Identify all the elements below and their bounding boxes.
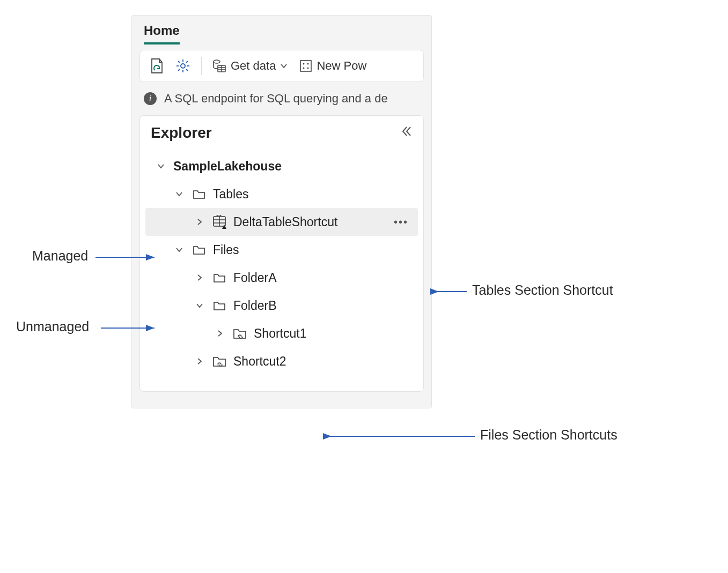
lakehouse-explorer-panel: Home <box>131 15 432 408</box>
node-tables[interactable]: Tables <box>145 180 418 208</box>
tab-home[interactable]: Home <box>144 23 180 44</box>
arrow-files-shortcuts <box>327 432 477 443</box>
svg-rect-14 <box>300 61 311 71</box>
tables-label: Tables <box>213 187 411 202</box>
annotation-files-shortcuts: Files Section Shortcuts <box>480 427 617 443</box>
new-pow-label: New Pow <box>317 59 366 73</box>
folder-shortcut-icon <box>232 328 247 339</box>
chevron-down-icon[interactable] <box>155 159 167 174</box>
get-data-button[interactable]: Get data <box>209 57 291 75</box>
toolbar: Get data New Pow <box>139 50 424 82</box>
node-root[interactable]: SampleLakehouse <box>145 152 418 180</box>
annotation-managed: Managed <box>32 248 88 264</box>
root-label: SampleLakehouse <box>173 159 411 174</box>
chevron-down-icon[interactable] <box>194 299 205 313</box>
arrow-tables-shortcut <box>435 287 472 298</box>
node-files[interactable]: Files <box>145 236 418 264</box>
arrow-managed <box>95 253 160 264</box>
svg-line-8 <box>186 61 188 63</box>
folder-icon <box>192 244 207 255</box>
page-refresh-icon <box>150 58 164 74</box>
node-delta-shortcut[interactable]: DeltaTableShortcut ••• <box>145 208 418 236</box>
chevron-right-icon[interactable] <box>214 326 226 341</box>
node-folder-b[interactable]: FolderB <box>145 292 418 319</box>
node-shortcut1[interactable]: Shortcut1 <box>145 319 418 347</box>
node-shortcut2[interactable]: Shortcut2 <box>145 347 418 375</box>
info-icon: i <box>144 92 157 105</box>
gear-icon <box>175 58 190 73</box>
delta-shortcut-label: DeltaTableShortcut <box>233 215 384 229</box>
svg-point-17 <box>303 68 305 69</box>
arrow-unmanaged <box>101 324 160 334</box>
svg-line-6 <box>186 69 188 71</box>
svg-point-15 <box>303 63 305 65</box>
files-label: Files <box>213 243 411 257</box>
info-text: A SQL endpoint for SQL querying and a de <box>164 92 388 106</box>
svg-point-18 <box>307 68 309 69</box>
get-data-label: Get data <box>231 59 276 73</box>
svg-line-5 <box>178 61 180 63</box>
node-folder-a[interactable]: FolderA <box>145 264 418 292</box>
chevron-down-icon[interactable] <box>173 187 185 202</box>
folder-b-label: FolderB <box>233 299 411 313</box>
explorer-pane: Explorer SampleLakehouse <box>139 115 424 392</box>
svg-point-9 <box>214 60 220 63</box>
folder-a-label: FolderA <box>233 271 411 285</box>
chevron-right-icon[interactable] <box>194 271 205 285</box>
shortcut2-label: Shortcut2 <box>233 354 411 369</box>
collapse-pane-button[interactable] <box>401 125 413 140</box>
new-pow-button[interactable]: New Pow <box>296 57 370 75</box>
tree: SampleLakehouse Tables <box>145 152 418 375</box>
svg-point-16 <box>307 63 309 65</box>
shortcut1-label: Shortcut1 <box>254 326 411 341</box>
folder-icon <box>192 189 207 199</box>
more-options-button[interactable]: ••• <box>391 216 411 228</box>
grid-icon <box>299 59 312 72</box>
folder-shortcut-icon <box>212 355 227 367</box>
chevron-double-left-icon <box>401 125 413 137</box>
folder-icon <box>212 300 227 311</box>
annotation-unmanaged: Unmanaged <box>16 319 89 334</box>
delta-table-shortcut-icon <box>212 215 227 229</box>
chevron-right-icon[interactable] <box>194 354 205 369</box>
refresh-button[interactable] <box>146 56 167 76</box>
tab-bar: Home <box>132 16 431 44</box>
annotation-tables-shortcut: Tables Section Shortcut <box>472 282 613 298</box>
chevron-down-icon <box>280 62 288 70</box>
toolbar-separator <box>201 57 202 75</box>
database-table-icon <box>212 59 226 73</box>
settings-button[interactable] <box>172 56 194 76</box>
folder-icon <box>212 272 227 283</box>
info-banner: i A SQL endpoint for SQL querying and a … <box>132 82 431 115</box>
chevron-down-icon[interactable] <box>173 243 185 257</box>
explorer-title: Explorer <box>151 124 212 142</box>
svg-line-7 <box>178 69 180 71</box>
svg-point-0 <box>181 64 185 68</box>
chevron-right-icon[interactable] <box>194 215 205 229</box>
